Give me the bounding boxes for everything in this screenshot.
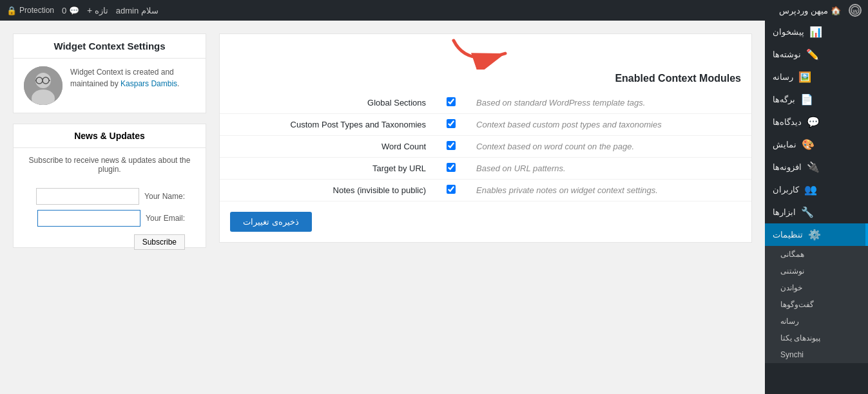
sidebar-item-plugins[interactable]: 🔌 افزونه‌ها: [765, 156, 868, 178]
adminbar-new[interactable]: تازه +: [87, 5, 108, 15]
menu-label-media: رسانه: [773, 72, 793, 82]
module-checkbox-4[interactable]: [436, 180, 466, 202]
submenu-item-permalinks[interactable]: پیوندهای یکتا: [765, 330, 868, 346]
module-name-2: Word Count: [220, 136, 436, 158]
sidebar-item-users[interactable]: 👥 کاربران: [765, 178, 868, 201]
author-link[interactable]: Kaspars Dambis: [121, 79, 177, 88]
module-desc-0: Based on standard WordPress template tag…: [466, 92, 751, 114]
checkbox-4[interactable]: [447, 185, 456, 194]
settings-icon: ⚙️: [808, 229, 821, 241]
home-icon: 🏠: [831, 6, 841, 15]
name-label: Your Name:: [144, 192, 185, 201]
wp-logo-item[interactable]: W: [849, 4, 862, 17]
module-row-0: Based on standard WordPress template tag…: [220, 92, 751, 114]
sidebar-item-tools[interactable]: 🔧 ابزارها: [765, 201, 868, 223]
submenu-item-general[interactable]: همگانی: [765, 246, 868, 263]
users-icon: 👥: [804, 183, 817, 196]
comments-count[interactable]: 💬 0: [62, 6, 79, 15]
sidebar-item-media[interactable]: 🖼️ رسانه: [765, 66, 868, 88]
save-row: ذخیره‌ی تغییرات: [220, 202, 751, 242]
menu-label-comments: دیدگاه‌ها: [773, 117, 802, 127]
appearance-icon: 🎨: [802, 138, 815, 151]
menu-label-users: کاربران: [773, 185, 799, 194]
widget-context-body: Widget Context is created and maintained…: [14, 59, 206, 113]
module-name-4: (Notes (invisible to public: [220, 180, 436, 202]
media-icon: 🖼️: [798, 71, 811, 83]
name-row: Your Name:: [34, 188, 185, 205]
red-arrow-svg: [447, 34, 525, 70]
plugins-icon: 🔌: [807, 161, 820, 173]
module-checkbox-3[interactable]: [436, 158, 466, 180]
news-body: Subscribe to receive news & updates abou…: [14, 148, 206, 247]
module-desc-1: Context based custom post types and taxo…: [466, 114, 751, 136]
module-name-3: Target by URL: [220, 158, 436, 180]
module-name-0: Global Sections: [220, 92, 436, 114]
tools-icon: 🔧: [801, 206, 814, 218]
module-row-3: Based on URL patterns. Target by URL: [220, 158, 751, 180]
site-name[interactable]: 🏠 میهن وردپرس: [779, 6, 841, 15]
news-desc: Subscribe to receive news & updates abou…: [24, 156, 195, 174]
wp-logo-icon: W: [849, 4, 862, 17]
module-header: Enabled Context Modules: [220, 73, 751, 92]
sidebar-item-posts[interactable]: ✏️ نوشته‌ها: [765, 43, 868, 66]
protection-label: Protection: [19, 6, 54, 15]
module-checkbox-0[interactable]: [436, 92, 466, 114]
menu-label-posts: نوشته‌ها: [773, 50, 801, 59]
lock-icon: 🔒: [6, 6, 17, 15]
content-area: Enabled Context Modules Based on standar…: [13, 33, 752, 258]
modules-table: Based on standard WordPress template tag…: [220, 92, 751, 202]
news-card: News & Updates Subscribe to receive news…: [13, 124, 206, 248]
menu-label-tools: ابزارها: [773, 207, 796, 217]
widget-context-card: Widget Context Settings: [13, 33, 206, 113]
sidebar-item-comments[interactable]: 💬 دیدگاه‌ها: [765, 111, 868, 133]
checkbox-1[interactable]: [447, 119, 456, 128]
author-text: Widget Context is created and maintained…: [70, 66, 179, 89]
submenu-item-synchi[interactable]: Synchi: [765, 346, 868, 363]
submenu-item-reading[interactable]: خواندن: [765, 279, 868, 296]
sidebar-item-appearance[interactable]: 🎨 نمایش: [765, 133, 868, 156]
admin-sidebar: 📊 پیشخوان ✏️ نوشته‌ها 🖼️ رسانه 📄 برگه‌ها…: [765, 21, 868, 394]
email-label: Your Email:: [146, 214, 185, 223]
widget-context-sidebar: Widget Context Settings: [13, 33, 206, 258]
submenu-item-discussion[interactable]: گفت‌وگوها: [765, 296, 868, 313]
checkbox-0[interactable]: [447, 97, 456, 106]
submenu-item-writing[interactable]: نوشتنی: [765, 263, 868, 279]
menu-label-appearance: نمایش: [773, 140, 796, 149]
module-desc-2: Context based on word count on the page.: [466, 136, 751, 158]
menu-label-plugins: افزونه‌ها: [773, 162, 802, 172]
admin-bar: W 🏠 میهن وردپرس سلام admin تازه + 💬 0 Pr…: [0, 0, 868, 21]
checkbox-3[interactable]: [447, 163, 456, 172]
main-content: Enabled Context Modules Based on standar…: [0, 21, 765, 394]
menu-label-pages: برگه‌ها: [773, 95, 795, 104]
sidebar-item-dashboard[interactable]: 📊 پیشخوان: [765, 21, 868, 43]
sidebar-item-settings[interactable]: ⚙️ تنظیمات: [765, 223, 868, 246]
name-input[interactable]: [36, 188, 139, 205]
site-name-label: میهن وردپرس: [779, 6, 828, 15]
plus-icon: +: [87, 5, 92, 15]
settings-panel: Enabled Context Modules Based on standar…: [219, 33, 752, 243]
news-title: News & Updates: [14, 124, 206, 148]
module-row-4: Enables private notes on widget context …: [220, 180, 751, 202]
module-desc-3: Based on URL patterns.: [466, 158, 751, 180]
checkbox-2[interactable]: [447, 141, 456, 150]
settings-submenu: همگانینوشتنیخواندنگفت‌وگوهارسانهپیوندهای…: [765, 246, 868, 363]
author-avatar: [24, 66, 63, 105]
svg-text:W: W: [853, 8, 858, 14]
subscribe-button[interactable]: Subscribe: [134, 234, 185, 250]
email-input[interactable]: [37, 210, 140, 227]
dashboard-icon: 📊: [809, 26, 822, 38]
menu-items-container: 📊 پیشخوان ✏️ نوشته‌ها 🖼️ رسانه 📄 برگه‌ها…: [765, 21, 868, 363]
subscribe-form: Your Name: Your Email: Subscribe: [24, 180, 195, 239]
arrow-container: [220, 34, 751, 73]
posts-icon: ✏️: [806, 48, 819, 61]
page-wrapper: 📊 پیشخوان ✏️ نوشته‌ها 🖼️ رسانه 📄 برگه‌ها…: [0, 21, 868, 394]
module-checkbox-2[interactable]: [436, 136, 466, 158]
module-row-1: Context based custom post types and taxo…: [220, 114, 751, 136]
submenu-item-media[interactable]: رسانه: [765, 313, 868, 330]
save-button[interactable]: ذخیره‌ی تغییرات: [230, 212, 312, 232]
adminbar-left: سلام admin تازه + 💬 0 Protection 🔒: [6, 5, 159, 15]
module-checkbox-1[interactable]: [436, 114, 466, 136]
module-desc-4: Enables private notes on widget context …: [466, 180, 751, 202]
menu-label-dashboard: پیشخوان: [773, 27, 804, 37]
sidebar-item-pages[interactable]: 📄 برگه‌ها: [765, 88, 868, 111]
